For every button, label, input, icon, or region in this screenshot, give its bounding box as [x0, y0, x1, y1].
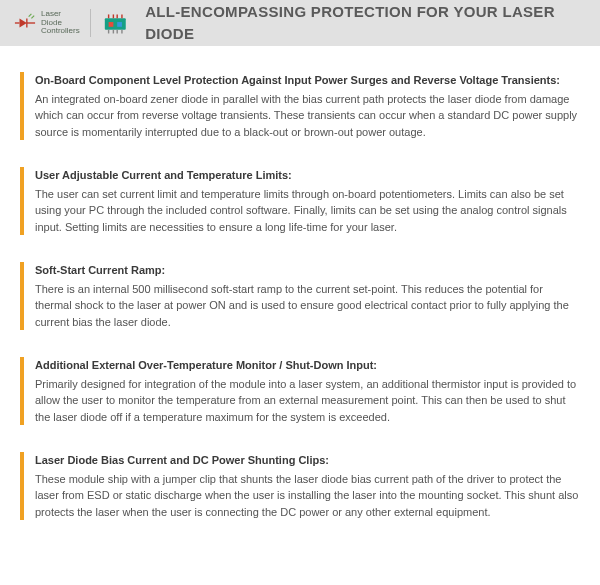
- section-text: There is an internal 500 millisecond sof…: [35, 281, 580, 331]
- laser-diode-icon: [14, 12, 36, 34]
- brand-line-3: Controllers: [41, 27, 80, 36]
- section-text: An integrated on-board zener diode in pa…: [35, 91, 580, 141]
- svg-marker-1: [20, 18, 27, 27]
- section-text: The user can set current limit and tempe…: [35, 186, 580, 236]
- accent-bar: [20, 452, 24, 520]
- accent-bar: [20, 262, 24, 330]
- content-area: On-Board Component Level Protection Agai…: [0, 46, 600, 530]
- section-body: User Adjustable Current and Temperature …: [35, 167, 580, 235]
- section-body: Additional External Over-Temperature Mon…: [35, 357, 580, 425]
- svg-rect-7: [108, 22, 113, 27]
- accent-bar: [20, 357, 24, 425]
- section-title: User Adjustable Current and Temperature …: [35, 167, 580, 184]
- header-divider: [90, 9, 91, 37]
- protection-section: Laser Diode Bias Current and DC Power Sh…: [20, 452, 580, 520]
- protection-section: On-Board Component Level Protection Agai…: [20, 72, 580, 140]
- header-bar: Laser Diode Controllers ALL-ENCOMPASSING…: [0, 0, 600, 46]
- section-body: Soft-Start Current Ramp: There is an int…: [35, 262, 580, 330]
- protection-section: User Adjustable Current and Temperature …: [20, 167, 580, 235]
- section-text: These module ship with a jumper clip tha…: [35, 471, 580, 521]
- svg-rect-8: [117, 22, 122, 27]
- accent-bar: [20, 72, 24, 140]
- chip-icon: [101, 12, 130, 34]
- protection-section: Additional External Over-Temperature Mon…: [20, 357, 580, 425]
- section-title: On-Board Component Level Protection Agai…: [35, 72, 580, 89]
- protection-section: Soft-Start Current Ramp: There is an int…: [20, 262, 580, 330]
- accent-bar: [20, 167, 24, 235]
- svg-rect-6: [104, 18, 125, 29]
- section-text: Primarily designed for integration of th…: [35, 376, 580, 426]
- section-body: Laser Diode Bias Current and DC Power Sh…: [35, 452, 580, 520]
- svg-line-5: [31, 16, 34, 19]
- section-body: On-Board Component Level Protection Agai…: [35, 72, 580, 140]
- section-title: Additional External Over-Temperature Mon…: [35, 357, 580, 374]
- section-title: Soft-Start Current Ramp:: [35, 262, 580, 279]
- section-title: Laser Diode Bias Current and DC Power Sh…: [35, 452, 580, 469]
- brand-text: Laser Diode Controllers: [41, 10, 80, 36]
- page-title: ALL-ENCOMPASSING PROTECTION FOR YOUR LAS…: [145, 1, 586, 46]
- svg-line-4: [29, 14, 32, 17]
- brand-logo-1: Laser Diode Controllers: [14, 10, 80, 36]
